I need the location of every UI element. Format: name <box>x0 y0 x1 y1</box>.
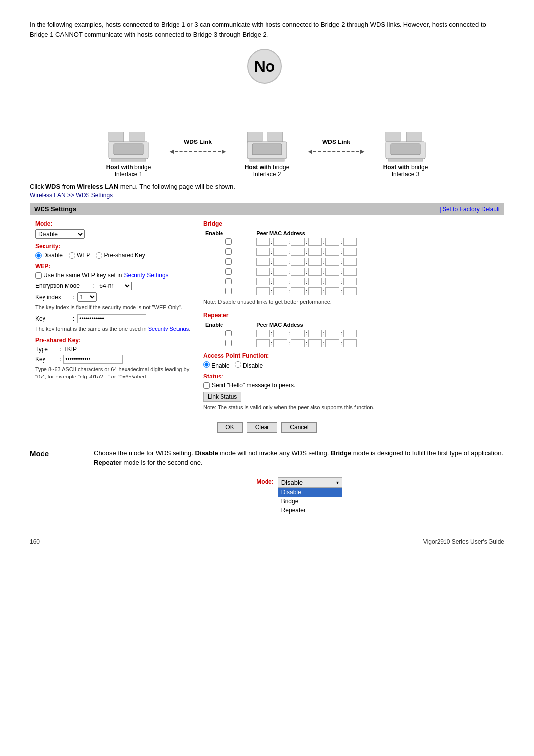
bridge-enable-4[interactable] <box>225 278 232 284</box>
bridge-section: Bridge Enable Peer MAC Address <box>203 220 499 306</box>
bridge-enable-1[interactable] <box>225 248 232 255</box>
ap-enable-option[interactable]: Enable <box>203 361 230 369</box>
mac-field-4-5[interactable] <box>343 278 357 285</box>
mac-field-2-5[interactable] <box>343 258 357 266</box>
rep-mac-field-1-4[interactable] <box>325 339 339 347</box>
mac-field-3-5[interactable] <box>343 268 357 276</box>
mode-dropdown-header[interactable]: Disable ▾ <box>278 478 342 488</box>
mac-field-5-0[interactable] <box>256 287 270 295</box>
mode-option-repeater[interactable]: Repeater <box>278 506 342 515</box>
link-status-button[interactable]: Link Status <box>203 392 241 402</box>
repeater-enable-1[interactable] <box>225 340 232 346</box>
mac-field-1-4[interactable] <box>325 248 339 256</box>
mac-field-1-3[interactable] <box>308 248 322 256</box>
mac-field-2-4[interactable] <box>325 258 339 266</box>
mac-field-1-1[interactable] <box>273 248 287 256</box>
mac-field-2-2[interactable] <box>291 258 305 266</box>
ap-disable-radio[interactable] <box>235 361 241 368</box>
mac-field-2-1[interactable] <box>273 258 287 266</box>
hex-note: Type 8~63 ASCII characters or 64 hexadec… <box>35 366 193 381</box>
bridge-row-3: : : : : : <box>203 267 499 277</box>
mode-option-bridge[interactable]: Bridge <box>278 497 342 506</box>
mac-field-5-2[interactable] <box>291 287 305 295</box>
mac-field-0-5[interactable] <box>343 238 357 246</box>
rep-mac-field-0-5[interactable] <box>343 330 357 337</box>
bridge-enable-2[interactable] <box>225 258 232 265</box>
mac-field-3-2[interactable] <box>291 268 305 276</box>
mac-field-0-4[interactable] <box>325 238 339 246</box>
mac-field-4-4[interactable] <box>325 278 339 285</box>
mac-field-1-5[interactable] <box>343 248 357 256</box>
node3-label: Host with bridge Interface 3 <box>371 164 440 178</box>
mac-field-5-3[interactable] <box>308 287 322 295</box>
mac-field-3-4[interactable] <box>325 268 339 276</box>
key-index-note: The key index is fixed if the security m… <box>35 304 193 311</box>
mac-field-3-0[interactable] <box>256 268 270 276</box>
rep-mac-field-0-2[interactable] <box>291 330 305 337</box>
mac-field-5-5[interactable] <box>343 287 357 295</box>
rep-mac-field-1-2[interactable] <box>291 339 305 347</box>
mac-field-0-0[interactable] <box>256 238 270 246</box>
mac-field-5-4[interactable] <box>325 287 339 295</box>
rep-mac-field-0-0[interactable] <box>256 330 270 337</box>
mac-field-5-1[interactable] <box>273 287 287 295</box>
security-preshared-option[interactable]: Pre-shared Key <box>96 252 145 259</box>
bridge-row-5: : : : : : <box>203 286 499 296</box>
mac-field-1-0[interactable] <box>256 248 270 256</box>
security-disable-radio[interactable] <box>35 252 42 259</box>
enc-mode-select[interactable]: 64-hr 128-hr <box>97 282 132 290</box>
mac-field-0-2[interactable] <box>291 238 305 246</box>
preshared-section: Pre-shared Key: Type : TKIP Key : Type 8… <box>35 337 193 381</box>
ap-disable-option[interactable]: Disable <box>235 361 263 369</box>
security-settings-link-2[interactable]: Security Settings <box>148 326 189 331</box>
rep-mac-field-0-4[interactable] <box>325 330 339 337</box>
mac-field-2-3[interactable] <box>308 258 322 266</box>
security-wep-option[interactable]: WEP <box>69 252 90 259</box>
repeater-enable-0[interactable] <box>225 330 232 336</box>
security-preshared-radio[interactable] <box>96 252 102 259</box>
preshared-key-input[interactable] <box>63 355 123 364</box>
no-badge: No <box>247 49 282 84</box>
wep-key-input[interactable] <box>77 314 146 323</box>
mac-field-3-1[interactable] <box>273 268 287 276</box>
rep-mac-field-1-3[interactable] <box>308 339 322 347</box>
ok-button[interactable]: OK <box>217 422 242 433</box>
wep-same-key-checkbox[interactable] <box>35 272 42 279</box>
mac-field-0-1[interactable] <box>273 238 287 246</box>
mac-field-1-2[interactable] <box>291 248 305 256</box>
clear-button[interactable]: Clear <box>247 422 278 433</box>
mac-input-group-5: : : : : : <box>256 287 497 295</box>
mac-field-0-3[interactable] <box>308 238 322 246</box>
mac-field-4-1[interactable] <box>273 278 287 285</box>
mac-field-4-2[interactable] <box>291 278 305 285</box>
security-wep-radio[interactable] <box>69 252 75 259</box>
mode-select[interactable]: Disable Bridge Repeater <box>35 229 85 239</box>
svg-rect-4 <box>111 159 146 161</box>
mac-field-3-3[interactable] <box>308 268 322 276</box>
router-icon-1 <box>106 132 151 164</box>
cancel-button[interactable]: Cancel <box>281 422 316 433</box>
mac-field-2-0[interactable] <box>256 258 270 266</box>
rep-mac-field-1-0[interactable] <box>256 339 270 347</box>
key-index-select[interactable]: 1 2 3 4 <box>77 292 97 302</box>
rep-mac-field-0-3[interactable] <box>308 330 322 337</box>
status-section: Status: Send "Hello" message to peers. L… <box>203 373 499 411</box>
security-disable-option[interactable]: Disable <box>35 252 63 259</box>
page-footer: 160 Vigor2910 Series User's Guide <box>30 535 504 545</box>
bridge-enable-3[interactable] <box>225 268 232 275</box>
panel-body: Mode: Disable Bridge Repeater Security: … <box>30 215 504 417</box>
rep-mac-field-1-5[interactable] <box>343 339 357 347</box>
set-factory-default-link[interactable]: | Set to Factory Default <box>439 206 500 213</box>
bridge-enable-5[interactable] <box>225 288 232 294</box>
bridge-enable-0[interactable] <box>225 238 232 245</box>
rep-mac-field-1-1[interactable] <box>273 339 287 347</box>
mac-field-4-0[interactable] <box>256 278 270 285</box>
rep-mac-field-0-1[interactable] <box>273 330 287 337</box>
security-settings-link-1[interactable]: Security Settings <box>124 272 169 279</box>
security-label: Security: <box>35 243 193 250</box>
mac-field-4-3[interactable] <box>308 278 322 285</box>
send-hello-checkbox[interactable] <box>203 382 210 389</box>
mode-option-disable[interactable]: Disable <box>278 488 342 497</box>
rep-mac-input-group-1: : : : : : <box>256 339 497 347</box>
ap-enable-radio[interactable] <box>203 361 210 368</box>
